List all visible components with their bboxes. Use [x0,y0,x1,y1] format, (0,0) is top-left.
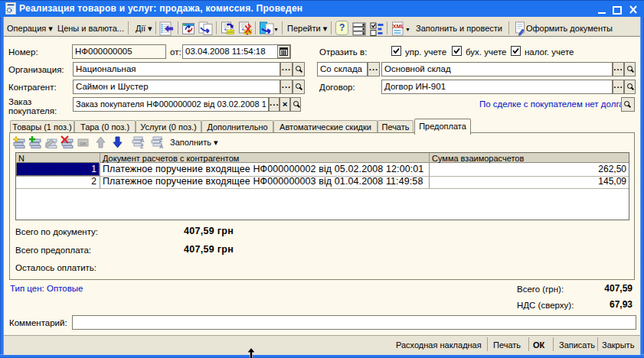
svg-text:XML: XML [393,23,404,30]
svg-text:A: A [159,143,164,150]
svg-text:Z: Z [140,143,144,150]
svg-text:OK: OK [80,142,87,146]
